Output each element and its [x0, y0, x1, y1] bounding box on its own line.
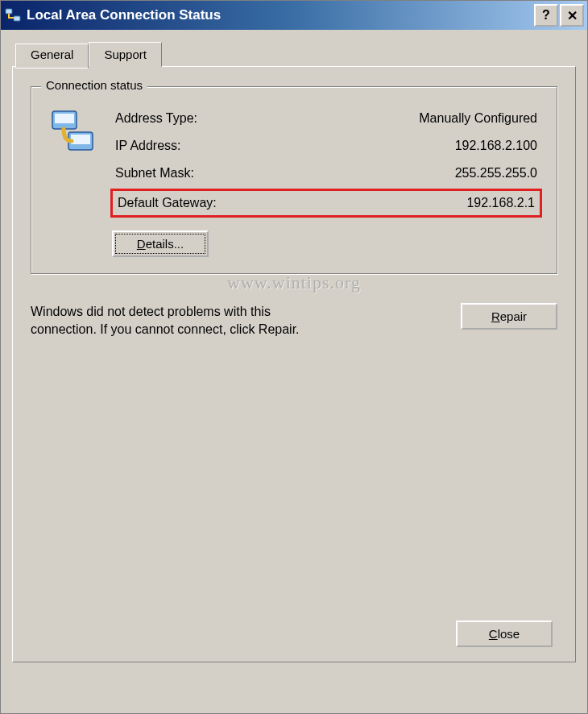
- watermark-text: www.wintips.org: [31, 272, 557, 293]
- row-default-gateway-highlighted: Default Gateway: 192.168.2.1: [110, 189, 542, 218]
- subnet-mask-label: Subnet Mask:: [115, 166, 194, 181]
- help-button[interactable]: ?: [534, 4, 558, 27]
- svg-rect-0: [6, 9, 12, 14]
- status-rows: Address Type: Manually Configured IP Add…: [112, 105, 540, 219]
- close-button[interactable]: ✕: [560, 4, 584, 27]
- ip-address-value: 192.168.2.100: [455, 139, 537, 153]
- client-area: General Support Connection status: [1, 30, 587, 713]
- group-legend: Connection status: [41, 78, 147, 92]
- tab-strip: General Support: [15, 41, 576, 66]
- dialog-window: Local Area Connection Status ? ✕ General…: [0, 0, 588, 714]
- address-type-label: Address Type:: [115, 111, 197, 126]
- svg-rect-1: [14, 16, 20, 21]
- row-subnet-mask: Subnet Mask: 255.255.255.0: [112, 160, 540, 187]
- default-gateway-label: Default Gateway:: [118, 196, 217, 210]
- repair-button[interactable]: Repair: [461, 303, 557, 330]
- row-address-type: Address Type: Manually Configured: [112, 105, 540, 132]
- tab-general[interactable]: General: [15, 44, 89, 68]
- default-gateway-value: 192.168.2.1: [466, 196, 535, 210]
- svg-rect-3: [55, 114, 74, 123]
- repair-help-text: Windows did not detect problems with thi…: [31, 303, 321, 339]
- titlebar: Local Area Connection Status ? ✕: [1, 1, 587, 30]
- tab-panel-support: Connection status Address Ty: [12, 66, 576, 662]
- details-button[interactable]: Details...: [112, 230, 209, 257]
- connection-status-group: Connection status Address Ty: [31, 86, 557, 274]
- svg-rect-5: [71, 135, 90, 144]
- address-type-value: Manually Configured: [419, 111, 537, 126]
- network-icon: [4, 6, 22, 24]
- connection-icon: [48, 105, 99, 156]
- row-ip-address: IP Address: 192.168.2.100: [112, 132, 540, 160]
- ip-address-label: IP Address:: [115, 139, 181, 153]
- subnet-mask-value: 255.255.255.0: [455, 166, 537, 181]
- close-dialog-button[interactable]: Close: [456, 621, 553, 647]
- window-title: Local Area Connection Status: [27, 7, 534, 23]
- tab-support[interactable]: Support: [89, 42, 162, 67]
